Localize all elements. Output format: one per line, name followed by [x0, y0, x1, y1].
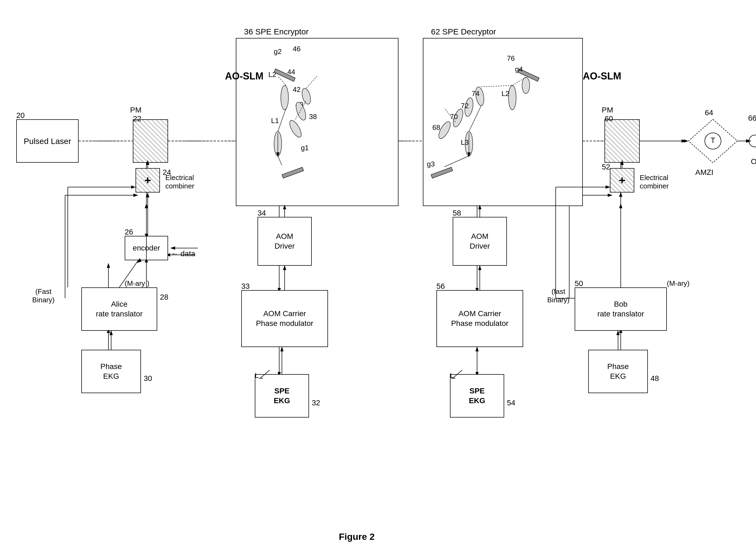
aom-driver-left-box: AOMDriver: [258, 217, 312, 266]
svg-point-76: [508, 85, 516, 110]
pm-left-label: PM22: [130, 106, 141, 123]
amzi-svg: T: [686, 117, 740, 165]
oe-id: 66: [748, 114, 756, 123]
72-label: 72: [461, 102, 469, 110]
svg-marker-106: [146, 193, 149, 198]
svg-line-88: [453, 370, 462, 378]
l-indicator-left: [258, 369, 274, 380]
svg-marker-132: [616, 330, 620, 335]
svg-point-62: [301, 87, 312, 105]
aom-driver-right-id: 58: [453, 209, 461, 217]
svg-rect-61: [274, 69, 295, 81]
fast-binary-right: (fastBinary): [531, 287, 585, 304]
svg-point-60: [281, 85, 288, 110]
svg-marker-120: [280, 346, 283, 351]
68-label: 68: [432, 123, 440, 132]
pulsed-laser-label: Pulsed Laser: [24, 136, 71, 146]
decryptor-optics: [423, 38, 583, 206]
aom-carrier-right-id: 56: [436, 282, 445, 291]
phase-ekg-left-id: 30: [144, 374, 152, 383]
encryptor-optics: [236, 38, 398, 206]
svg-marker-16: [133, 194, 138, 197]
spe-decryptor-label: 62 SPE Decryptor: [431, 27, 496, 36]
L-right-label: L: [450, 372, 454, 380]
70-label: 70: [450, 113, 458, 121]
svg-marker-37: [608, 194, 613, 197]
bob-rate-translator-box: Bobrate translator: [575, 287, 667, 331]
74-label: 74: [472, 89, 480, 98]
phase-ekg-left-box: PhaseEKG: [81, 350, 141, 393]
L2-dec-label: L2: [501, 89, 509, 98]
diagram: Pulsed Laser 20 PM22 + 24 Electricalcomb…: [0, 0, 756, 555]
svg-line-66: [278, 109, 286, 131]
ao-slm-right: AO-SLM: [583, 71, 621, 82]
g3-label: g3: [427, 160, 435, 168]
phase-ekg-right-box: PhaseEKG: [588, 350, 648, 393]
spe-ekg-left-box: SPEEKG: [255, 374, 309, 418]
pm-right-box: [605, 119, 640, 163]
svg-marker-9: [107, 263, 110, 268]
svg-text:T: T: [710, 136, 715, 144]
svg-marker-110: [109, 330, 113, 335]
svg-line-83: [481, 85, 512, 87]
elec-combiner-right-box: +: [610, 168, 634, 193]
g4-label: g4: [515, 65, 523, 74]
svg-marker-32: [619, 203, 622, 208]
pulsed-laser-id: 20: [16, 111, 25, 120]
encoder-box: encoder: [125, 236, 168, 260]
spe-ekg-right-box: SPEEKG: [450, 374, 504, 418]
fast-binary-left: (FastBinary): [16, 287, 71, 304]
svg-line-81: [445, 156, 469, 167]
76-label: 76: [507, 54, 515, 62]
svg-marker-126: [476, 346, 479, 351]
aom-carrier-left-box: AOM CarrierPhase modulator: [241, 290, 328, 347]
aom-carrier-left-id: 33: [241, 282, 250, 291]
svg-point-78: [522, 77, 530, 93]
svg-marker-124: [478, 265, 481, 270]
spe-ekg-left-id: 32: [312, 398, 320, 407]
aom-driver-right-box: AOMDriver: [453, 217, 507, 266]
aom-driver-left-id: 34: [258, 209, 266, 217]
bob-id: 50: [575, 279, 583, 288]
encoder-id: 26: [125, 228, 133, 237]
figure-caption: Figure 2: [339, 531, 374, 542]
spe-encryptor-label: 36 SPE Encryptor: [244, 27, 308, 36]
m-ary-left: (M-ary ): [125, 279, 149, 288]
svg-line-65: [278, 156, 282, 165]
elec-combiner-left-box: +: [136, 168, 160, 193]
pm-left-box: [133, 119, 168, 163]
svg-marker-118: [283, 265, 286, 270]
svg-marker-113: [131, 185, 136, 189]
data-label: ← data: [171, 249, 195, 258]
spe-ekg-right-id: 54: [507, 398, 515, 407]
amzi-label: AMZI: [695, 168, 713, 177]
oe-label: OE: [751, 157, 756, 166]
amzi-container: T: [686, 117, 740, 165]
oe-detector: [748, 127, 756, 155]
svg-rect-70: [431, 167, 453, 178]
amzi-id: 64: [705, 109, 713, 117]
L3-label: L3: [461, 138, 469, 147]
alice-id: 28: [160, 293, 168, 301]
svg-point-93: [749, 135, 756, 147]
elec-combiner-right-id: 52: [602, 163, 610, 171]
svg-marker-130: [619, 192, 622, 197]
svg-line-86: [260, 370, 270, 378]
m-ary-right: (M-ary): [667, 279, 690, 288]
alice-rate-translator-box: Alicerate translator: [81, 287, 157, 331]
pulsed-laser-box: Pulsed Laser: [16, 119, 79, 163]
elec-combiner-left-label: Electricalcombiner: [165, 174, 214, 190]
phase-ekg-right-id: 48: [651, 374, 659, 383]
svg-line-69: [306, 76, 317, 88]
aom-carrier-right-box: AOM CarrierPhase modulator: [436, 290, 523, 347]
svg-marker-45: [145, 203, 148, 208]
svg-rect-56: [282, 167, 304, 178]
pm-right-label: PM60: [602, 106, 613, 123]
elec-combiner-right-label: Electricalcombiner: [640, 174, 688, 190]
svg-marker-100: [681, 139, 686, 143]
svg-point-58: [287, 119, 303, 139]
